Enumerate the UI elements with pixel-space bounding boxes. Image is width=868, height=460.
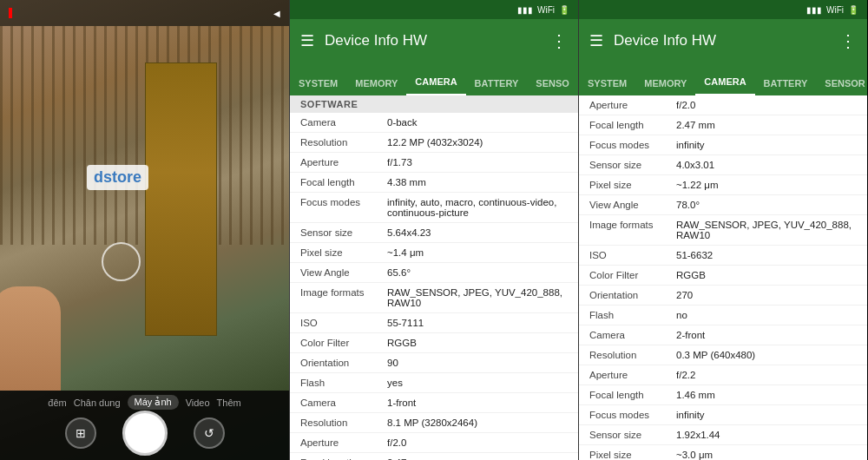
info-row: Focal length1.46 mm <box>579 385 867 405</box>
row-value: 1.92x1.44 <box>676 430 857 440</box>
device-info-panel-1: ▮▮▮ WiFi 🔋 ☰ Device Info HW ⋮ SYSTEM MEM… <box>289 0 578 460</box>
row-label: View Angle <box>300 267 387 278</box>
row-label: Pixel size <box>589 180 676 190</box>
row-label: Color Filter <box>589 270 676 280</box>
wifi-icon: WiFi <box>537 5 555 15</box>
focus-ring <box>102 242 141 281</box>
shutter-controls: ⊞ ↺ <box>65 411 225 456</box>
shutter-button[interactable] <box>122 411 168 456</box>
row-value: ~3.0 μm <box>676 450 857 460</box>
info-row: Color FilterRGGB <box>290 333 578 353</box>
hamburger-menu-2[interactable]: ☰ <box>589 31 603 50</box>
tab-camera-1[interactable]: CAMERA <box>406 69 465 95</box>
mode-dem[interactable]: đêm <box>48 398 66 408</box>
row-label: Resolution <box>589 350 676 360</box>
more-menu-1[interactable]: ⋮ <box>550 30 568 51</box>
tab-bar-1: SYSTEM MEMORY CAMERA BATTERY SENSO <box>290 62 578 95</box>
row-value: 1-front <box>387 398 568 408</box>
row-value: 5.64x4.23 <box>387 227 568 238</box>
tab-memory-2[interactable]: MEMORY <box>635 71 695 95</box>
info-row: ISO55-7111 <box>290 313 578 333</box>
camera-viewfinder: dstore <box>0 26 289 391</box>
row-label: Sensor size <box>589 430 676 440</box>
tab-battery-2[interactable]: BATTERY <box>755 71 817 95</box>
dstore-sign: dstore <box>87 165 148 190</box>
row-value: 0-back <box>387 117 568 128</box>
mode-mayanh[interactable]: Máy ảnh <box>128 395 179 410</box>
mode-chandung[interactable]: Chân dung <box>74 398 121 408</box>
device-info-panel-2: ▮▮▮ WiFi 🔋 ☰ Device Info HW ⋮ SYSTEM MEM… <box>578 0 867 460</box>
info-row: ISO51-6632 <box>579 246 867 266</box>
info-row: Sensor size5.64x4.23 <box>290 223 578 243</box>
camera-status-text: ◀ <box>273 9 280 18</box>
hamburger-menu-1[interactable]: ☰ <box>300 31 314 50</box>
row-label: Aperture <box>589 370 676 380</box>
row-label: Resolution <box>300 137 387 148</box>
info-row: Focus modesinfinity, auto, macro, contin… <box>290 193 578 223</box>
info-row: View Angle65.6° <box>290 263 578 283</box>
section-software: SOFTWARE <box>290 95 578 113</box>
row-value: no <box>676 310 857 320</box>
info-content-2[interactable]: Aperturef/2.0Focal length2.47 mmFocus mo… <box>579 95 867 460</box>
camera-modes-bar: đêm Chân dung Máy ảnh Video Thêm <box>48 395 240 410</box>
row-value: 51-6632 <box>676 250 857 260</box>
info-row: Aperturef/1.73 <box>290 153 578 173</box>
tab-sensor-2[interactable]: SENSOR <box>816 71 867 95</box>
battery-icon: 🔋 <box>559 5 569 15</box>
row-label: Camera <box>300 117 387 128</box>
info-row: Sensor size1.92x1.44 <box>579 425 867 445</box>
info-row: Aperturef/2.0 <box>579 95 867 115</box>
row-label: Sensor size <box>589 160 676 170</box>
row-value: ~1.22 μm <box>676 180 857 190</box>
row-label: Focal length <box>300 177 387 187</box>
tab-sensor-1[interactable]: SENSO <box>527 71 578 95</box>
row-value: RGGB <box>387 338 568 348</box>
row-value: 4.0x3.01 <box>676 160 857 170</box>
row-value: 65.6° <box>387 267 568 278</box>
row-label: Pixel size <box>300 247 387 258</box>
info-row: Color FilterRGGB <box>579 266 867 286</box>
row-value: 2-front <box>676 330 857 340</box>
info-row: Orientation270 <box>579 286 867 306</box>
info-content-1[interactable]: SOFTWARE Camera0-backResolution12.2 MP (… <box>290 95 578 460</box>
row-label: Aperture <box>300 437 387 448</box>
tab-system-1[interactable]: SYSTEM <box>290 71 346 95</box>
mode-video[interactable]: Video <box>186 398 210 408</box>
row-value: f/2.2 <box>676 370 857 380</box>
tab-memory-1[interactable]: MEMORY <box>346 71 406 95</box>
row-value: yes <box>387 378 568 388</box>
row-label: View Angle <box>589 200 676 210</box>
row-value: f/2.0 <box>387 437 568 448</box>
row-value: infinity, auto, macro, continuous-video,… <box>387 197 568 218</box>
info-row: Image formatsRAW_SENSOR, JPEG, YUV_420_8… <box>290 283 578 313</box>
row-value: 78.0° <box>676 200 857 210</box>
tab-bar-2: SYSTEM MEMORY CAMERA BATTERY SENSOR <box>579 62 867 95</box>
info-row: Resolution0.3 MP (640x480) <box>579 345 867 365</box>
row-label: Aperture <box>589 100 676 110</box>
info-row: View Angle78.0° <box>579 195 867 215</box>
row-label: Focus modes <box>300 197 387 207</box>
row-value: 2.47 mm <box>676 120 857 130</box>
row-value: RAW_SENSOR, JPEG, YUV_420_888, RAW10 <box>387 287 568 308</box>
gallery-button[interactable]: ⊞ <box>65 417 96 449</box>
info-rows-panel2: Aperturef/2.0Focal length2.47 mmFocus mo… <box>579 95 867 460</box>
more-menu-2[interactable]: ⋮ <box>839 30 857 51</box>
row-label: Color Filter <box>300 338 387 348</box>
tab-system-2[interactable]: SYSTEM <box>579 71 635 95</box>
tab-battery-1[interactable]: BATTERY <box>466 71 528 95</box>
hand-silhouette <box>0 286 61 391</box>
row-value: 90 <box>387 358 568 368</box>
info-row: Focal length4.38 mm <box>290 173 578 193</box>
row-label: Flash <box>589 310 676 320</box>
camera-controls: đêm Chân dung Máy ảnh Video Thêm ⊞ ↺ <box>0 391 289 460</box>
tab-camera-2[interactable]: CAMERA <box>695 69 754 95</box>
row-label: Orientation <box>589 290 676 300</box>
mode-them[interactable]: Thêm <box>217 398 241 408</box>
camera-top-bar: ◀ <box>0 0 289 26</box>
row-value: 1.46 mm <box>676 390 857 400</box>
camera-background: ◀ dstore đêm Chân dung Máy ảnh Video <box>0 0 289 460</box>
info-row: Image formatsRAW_SENSOR, JPEG, YUV_420_8… <box>579 215 867 246</box>
info-row: Aperturef/2.2 <box>579 365 867 385</box>
info-row: Flashno <box>579 306 867 325</box>
flip-camera-button[interactable]: ↺ <box>194 417 225 449</box>
